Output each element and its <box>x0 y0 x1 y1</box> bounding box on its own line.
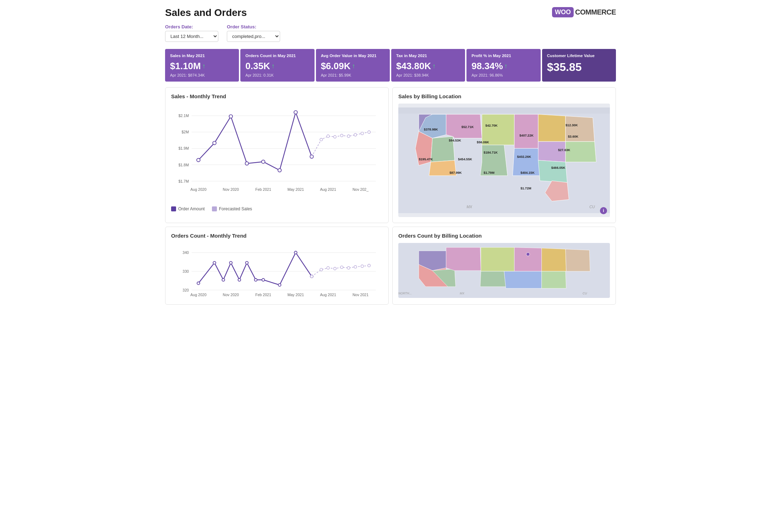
kpi-sales-label: Sales in May 2021 <box>170 53 234 59</box>
svg-text:Aug 2021: Aug 2021 <box>320 293 336 297</box>
map-info-icon[interactable]: i <box>600 207 607 214</box>
legend-forecasted: Forecasted Sales <box>212 206 252 211</box>
svg-point-100 <box>354 266 357 268</box>
svg-text:May 2021: May 2021 <box>288 293 304 297</box>
svg-marker-42 <box>514 114 538 148</box>
date-filter-select[interactable]: Last 12 Month... <box>165 31 218 42</box>
kpi-card-sales: Sales in May 2021 $1.10M ↑ Apr 2021: $87… <box>165 49 239 82</box>
orders-chart-svg: 340 330 320 Aug 2020 Nov 2020 Feb 2021 M… <box>171 243 383 300</box>
date-filter-group: Orders Date: Last 12 Month... <box>165 24 218 42</box>
kpi-ltv-value: $35.85 <box>547 61 611 74</box>
kpi-card-tax: Tax in May 2021 $43.80K ↑ Apr 2021: $38.… <box>391 49 465 82</box>
sales-chart-legend: Order Amount Forecasted Sales <box>171 206 383 211</box>
kpi-sales-arrow: ↑ <box>202 62 206 70</box>
svg-point-101 <box>361 265 364 268</box>
date-filter-label: Orders Date: <box>165 24 218 29</box>
status-filter-select[interactable]: completed,pro... <box>227 31 280 42</box>
svg-point-29 <box>347 135 350 138</box>
sales-chart-svg: $2.1M $2M $1.9M $1.8M $1.7M Aug 2020 Nov… <box>171 104 383 203</box>
svg-point-98 <box>340 266 343 269</box>
kpi-ltv-label: Customer Lifetime Value <box>547 53 611 59</box>
svg-point-19 <box>245 162 249 165</box>
svg-point-26 <box>327 135 329 138</box>
svg-text:Aug 2020: Aug 2020 <box>190 187 206 192</box>
svg-text:$1.9M: $1.9M <box>179 146 189 150</box>
sales-trend-title: Sales - Monthly Trend <box>171 93 383 99</box>
svg-point-28 <box>340 134 343 137</box>
svg-marker-107 <box>446 248 481 271</box>
svg-point-99 <box>347 266 350 269</box>
kpi-orders-arrow: ↑ <box>272 62 275 70</box>
kpi-tax-value: $43.80K ↑ <box>396 61 460 72</box>
svg-point-94 <box>310 275 313 278</box>
page-title: Sales and Orders <box>165 7 247 18</box>
svg-text:$2.1M: $2.1M <box>179 113 189 118</box>
orders-map-title: Orders Count by Billing Location <box>398 233 610 239</box>
svg-text:$184.71K: $184.71K <box>484 151 498 154</box>
svg-point-25 <box>320 138 323 141</box>
legend-dashed-box <box>212 206 217 211</box>
svg-marker-110 <box>542 248 566 271</box>
svg-text:$42.70K: $42.70K <box>485 124 498 127</box>
legend-order-label: Order Amount <box>178 206 205 211</box>
svg-text:Nov 2020: Nov 2020 <box>223 187 239 192</box>
svg-text:$56.06K: $56.06K <box>477 140 489 144</box>
billing-map-card: Sales by Billing Location <box>392 87 616 223</box>
svg-text:NORTH...: NORTH... <box>398 292 412 295</box>
svg-text:May 2021: May 2021 <box>288 187 304 192</box>
svg-point-84 <box>213 261 216 264</box>
svg-text:$466.05K: $466.05K <box>551 166 566 170</box>
kpi-avg-label: Avg Order Value in May 2021 <box>321 53 385 59</box>
kpi-profit-value: 98.34% ↑ <box>471 61 535 72</box>
svg-point-32 <box>368 131 371 133</box>
svg-point-102 <box>368 264 371 267</box>
svg-point-88 <box>246 261 248 264</box>
orders-trend-card: Orders Count - Monthly Trend 340 330 320… <box>165 227 389 305</box>
svg-text:MX: MX <box>460 292 465 295</box>
svg-text:$404.15K: $404.15K <box>520 171 535 174</box>
svg-text:$378.98K: $378.98K <box>424 128 438 131</box>
svg-point-16 <box>197 158 200 162</box>
billing-map-title: Sales by Billing Location <box>398 93 610 99</box>
svg-marker-109 <box>514 248 542 271</box>
svg-text:320: 320 <box>182 288 189 292</box>
svg-point-89 <box>255 278 257 281</box>
svg-marker-108 <box>481 248 514 271</box>
svg-point-17 <box>213 141 216 145</box>
svg-marker-112 <box>480 271 506 287</box>
page-container: Sales and Orders WOO COMMERCE Orders Dat… <box>158 0 623 312</box>
svg-text:CU: CU <box>583 292 587 295</box>
svg-text:$87.99K: $87.99K <box>449 171 462 174</box>
legend-order-amount: Order Amount <box>171 206 205 211</box>
svg-point-92 <box>294 251 297 254</box>
svg-point-115 <box>526 253 530 256</box>
kpi-sales-prev: Apr 2021: $874.34K <box>170 73 234 77</box>
svg-point-83 <box>197 282 200 285</box>
svg-point-31 <box>361 132 364 135</box>
kpi-card-profit: Profit % in May 2021 98.34% ↑ Apr 2021: … <box>466 49 540 82</box>
kpi-avg-prev: Apr 2021: $5.99K <box>321 73 385 77</box>
kpi-avg-arrow: ↑ <box>352 62 355 70</box>
woo-logo: WOO COMMERCE <box>552 7 616 17</box>
legend-forecast-label: Forecasted Sales <box>219 206 252 211</box>
svg-text:$1.72M: $1.72M <box>520 187 531 190</box>
svg-text:Aug 2021: Aug 2021 <box>320 187 336 192</box>
svg-point-20 <box>262 160 265 164</box>
svg-text:330: 330 <box>182 269 189 273</box>
svg-rect-52 <box>398 107 610 113</box>
svg-text:$1.79M: $1.79M <box>484 171 494 174</box>
kpi-avg-value: $6.09K ↑ <box>321 61 385 72</box>
status-filter-label: Order Status: <box>227 24 280 29</box>
sales-trend-card: Sales - Monthly Trend $2.1M $2M $1.9M $1… <box>165 87 389 223</box>
kpi-tax-label: Tax in May 2021 <box>396 53 460 59</box>
svg-point-87 <box>238 278 241 281</box>
kpi-card-avg: Avg Order Value in May 2021 $6.09K ↑ Apr… <box>316 49 390 82</box>
orders-map-svg: MX CU NORTH... <box>398 243 610 298</box>
svg-text:$52.71K: $52.71K <box>462 125 474 129</box>
svg-marker-44 <box>538 114 566 142</box>
svg-text:$407.22K: $407.22K <box>519 134 534 137</box>
billing-map-container: MX CU $378.98K $52.71K $42.70K $94.53K $… <box>398 104 610 217</box>
svg-text:Nov 2020: Nov 2020 <box>223 293 239 297</box>
woo-commerce-text: COMMERCE <box>575 8 616 16</box>
svg-text:Nov 2021: Nov 2021 <box>353 293 368 297</box>
